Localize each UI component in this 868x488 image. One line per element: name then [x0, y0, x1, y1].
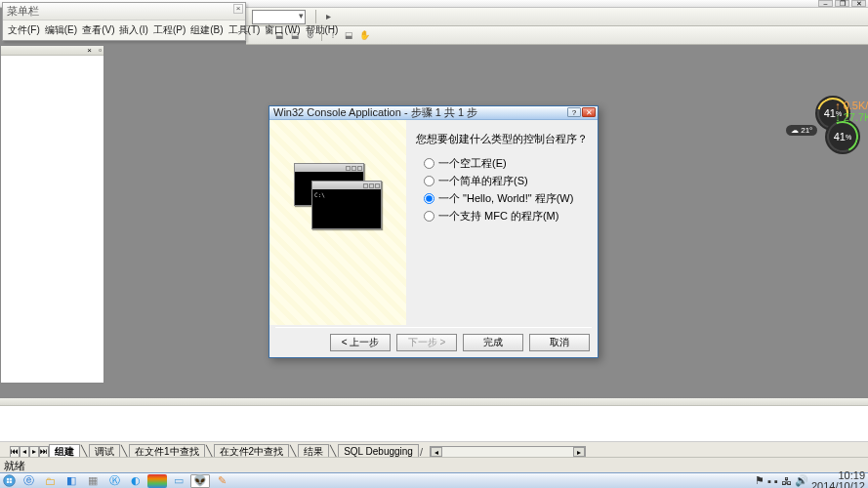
system-monitor-widget[interactable]: 41% 41% ↑ 0.5K/s ↓ 27.7K/s ☁ 21°	[815, 96, 850, 131]
tray-network-icon[interactable]: 🖧	[781, 475, 792, 487]
task-app-icon[interactable]	[147, 474, 167, 488]
dialog-close-button[interactable]: ✕	[582, 107, 596, 117]
menu-tools[interactable]: 工具(T)	[227, 22, 263, 38]
net-upload: ↑ 0.5K/s	[835, 100, 868, 111]
panel-pin-icon[interactable]: ▫	[99, 46, 102, 55]
tray-icon[interactable]: ▪	[767, 475, 771, 487]
task-explorer-icon[interactable]: 🗀	[40, 474, 60, 488]
next-button: 下一步 >	[396, 334, 457, 351]
task-app-icon[interactable]: ◧	[62, 474, 81, 488]
panel-close-icon[interactable]: ×	[87, 46, 92, 55]
weather-badge[interactable]: ☁ 21°	[786, 125, 817, 136]
status-text: 就绪	[4, 460, 25, 471]
menu-help[interactable]: 帮助(H)	[304, 22, 341, 38]
workspace-panel: × ▫	[0, 45, 104, 384]
scroll-right-icon[interactable]: ▸	[573, 447, 585, 457]
task-app-icon[interactable]: ✎	[212, 474, 231, 488]
menubar-title[interactable]: 菜单栏 ×	[3, 3, 245, 20]
cancel-button[interactable]: 取消	[529, 334, 590, 351]
task-app-icon[interactable]: ▦	[83, 474, 103, 488]
tray-volume-icon[interactable]: 🔊	[795, 474, 808, 487]
scroll-left-icon[interactable]: ◂	[431, 447, 442, 457]
console-preview-window: C:\	[311, 181, 382, 229]
menu-window[interactable]: 窗口(W)	[263, 22, 302, 38]
menu-build[interactable]: 组建(B)	[188, 22, 225, 38]
back-button[interactable]: < 上一步	[330, 334, 391, 351]
system-tray[interactable]: ⚑ ▪ ▪ 🖧 🔊 10:19 2014/10/12	[755, 470, 868, 489]
dialog-title-text: Win32 Console Application - 步骤 1 共 1 步	[273, 105, 477, 120]
menu-view[interactable]: 查看(V)	[80, 22, 116, 38]
tool-go-icon[interactable]: ▸	[321, 10, 335, 23]
tab-results[interactable]: 结果	[298, 444, 329, 458]
tray-flag-icon[interactable]: ⚑	[755, 474, 765, 487]
tab-find1[interactable]: 在文件1中查找	[129, 444, 205, 458]
wizard-preview-pane: C:\	[269, 120, 406, 325]
statusbar: 就绪	[0, 457, 868, 472]
option-hello-world[interactable]: 一个 "Hello, World!" 程序(W)	[424, 191, 588, 206]
svg-point-0	[3, 475, 15, 487]
menu-edit[interactable]: 编辑(E)	[43, 22, 79, 38]
tab-sql[interactable]: SQL Debugging	[338, 444, 419, 458]
option-simple-program[interactable]: 一个简单的程序(S)	[424, 174, 588, 188]
menu-project[interactable]: 工程(P)	[151, 22, 187, 38]
dialog-help-button[interactable]: ?	[567, 107, 581, 117]
radio-hello[interactable]	[424, 193, 434, 204]
tab-build[interactable]: 组建	[49, 444, 80, 458]
radio-mfc[interactable]	[424, 211, 434, 222]
wizard-question: 您想要创建什么类型的控制台程序？	[416, 132, 588, 146]
minimize-button[interactable]: –	[818, 0, 833, 7]
wizard-dialog: Win32 Console Application - 步骤 1 共 1 步 ?…	[269, 105, 599, 358]
mem-gauge[interactable]: 41%	[825, 119, 860, 154]
dialog-titlebar[interactable]: Win32 Console Application - 步骤 1 共 1 步 ?…	[269, 106, 598, 120]
menubar-toolbar[interactable]: 菜单栏 × 文件(F) 编辑(E) 查看(V) 插入(I) 工程(P) 组建(B…	[2, 2, 246, 41]
net-download: ↓ 27.7K/s	[835, 111, 868, 123]
task-app-icon[interactable]: ▭	[169, 474, 188, 488]
radio-simple[interactable]	[424, 176, 434, 186]
maximize-button[interactable]: ❐	[835, 0, 849, 7]
menu-insert[interactable]: 插入(I)	[117, 22, 149, 38]
output-panel: ⏮ ◂ ▸ ⏭ 组建 ╲ 调试 ╲ 在文件1中查找 ╲ 在文件2中查找 ╲ 结果…	[0, 397, 868, 457]
output-content[interactable]	[0, 406, 868, 442]
close-button[interactable]: ✕	[851, 0, 866, 7]
task-ie-icon[interactable]: ⓔ	[19, 474, 38, 488]
taskbar[interactable]: ⓔ 🗀 ◧ ▦ Ⓚ ◐ ▭ 👽 ✎ ⚑ ▪ ▪ 🖧 🔊 10:19 2014/1…	[0, 472, 868, 488]
tool-debug-icon[interactable]: ⬓	[342, 28, 355, 42]
taskbar-clock[interactable]: 10:19 2014/10/12	[811, 470, 865, 489]
menubar-title-text: 菜单栏	[7, 5, 39, 17]
start-button[interactable]	[0, 473, 18, 489]
task-kugou-icon[interactable]: Ⓚ	[104, 474, 124, 488]
tab-find2[interactable]: 在文件2中查找	[214, 444, 290, 458]
task-app-icon[interactable]: ◐	[126, 474, 145, 488]
option-mfc-support[interactable]: 一个支持 MFC 的程序(M)	[424, 209, 588, 224]
option-empty-project[interactable]: 一个空工程(E)	[424, 156, 588, 171]
tool-break-icon[interactable]: ✋	[357, 28, 371, 42]
tray-icon[interactable]: ▪	[774, 475, 778, 487]
menubar-close-icon[interactable]: ×	[233, 4, 243, 14]
menu-file[interactable]: 文件(F)	[6, 22, 42, 38]
finish-button[interactable]: 完成	[463, 334, 523, 351]
radio-empty[interactable]	[424, 158, 434, 169]
task-app-icon[interactable]: 👽	[190, 474, 210, 488]
tab-debug[interactable]: 调试	[89, 444, 120, 458]
